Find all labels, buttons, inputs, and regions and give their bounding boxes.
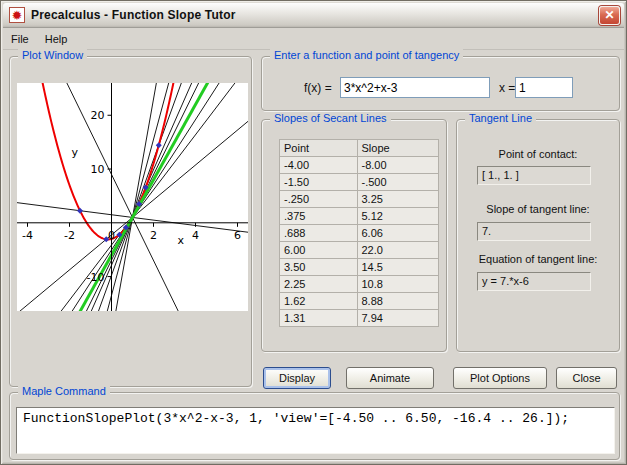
- function-entry-row: f(x) = x =: [262, 77, 619, 99]
- equation-value: y = 7.*x-6: [477, 272, 591, 291]
- table-cell: -8.00: [357, 157, 439, 174]
- point-of-contact-value: [ 1., 1. ]: [477, 166, 591, 185]
- table-cell: 22.0: [357, 242, 439, 259]
- close-window-button[interactable]: ✕: [599, 6, 620, 25]
- secant-table[interactable]: Point Slope -4.00-8.00-1.50-.500-.2503.2…: [279, 139, 439, 327]
- table-cell: -4.00: [280, 157, 358, 174]
- table-cell: -.500: [357, 174, 439, 191]
- table-cell: -.250: [280, 191, 358, 208]
- fx-label: f(x) =: [304, 81, 332, 95]
- svg-text:6: 6: [234, 229, 241, 242]
- table-cell: .688: [280, 225, 358, 242]
- table-cell: 10.8: [357, 276, 439, 293]
- table-cell: 6.06: [357, 225, 439, 242]
- function-entry-label: Enter a function and point of tangency: [270, 49, 463, 61]
- plot-options-button[interactable]: Plot Options: [453, 367, 547, 389]
- menu-item-help[interactable]: Help: [37, 30, 76, 48]
- table-row[interactable]: 2.2510.8: [280, 276, 439, 293]
- x-label: x =: [499, 81, 515, 95]
- svg-text:x: x: [178, 234, 185, 247]
- tangency-point-input[interactable]: [515, 77, 573, 98]
- svg-text:0: 0: [108, 229, 115, 242]
- table-cell: 5.12: [357, 208, 439, 225]
- table-cell: 14.5: [357, 259, 439, 276]
- svg-text:10: 10: [91, 163, 105, 176]
- svg-text:20: 20: [91, 109, 105, 122]
- plot-canvas[interactable]: -4-20246-101020xy: [17, 83, 248, 311]
- maple-command-text[interactable]: FunctionSlopePlot(3*x^2-x-3, 1, 'view'=[…: [16, 407, 615, 454]
- table-row[interactable]: -1.50-.500: [280, 174, 439, 191]
- maple-command-label: Maple Command: [18, 385, 110, 397]
- maple-app-icon: ✹: [9, 7, 25, 23]
- table-header-row: Point Slope: [280, 140, 439, 157]
- col-header-slope: Slope: [357, 140, 439, 157]
- plot-svg: -4-20246-101020xy: [17, 83, 248, 311]
- menu-item-file[interactable]: File: [3, 30, 37, 48]
- table-row[interactable]: 6.0022.0: [280, 242, 439, 259]
- svg-text:-2: -2: [64, 229, 75, 242]
- slope-label: Slope of tangent line:: [457, 203, 619, 215]
- function-input[interactable]: [340, 77, 490, 98]
- display-button[interactable]: Display: [263, 367, 331, 389]
- svg-text:4: 4: [192, 229, 199, 242]
- slope-value: 7.: [477, 222, 591, 241]
- table-cell: 7.94: [357, 310, 439, 327]
- equation-label: Equation of tangent line:: [457, 253, 619, 265]
- table-cell: .375: [280, 208, 358, 225]
- function-entry-group: Enter a function and point of tangency f…: [261, 56, 620, 111]
- plot-window-label: Plot Window: [18, 49, 87, 61]
- secant-slopes-label: Slopes of Secant Lines: [270, 112, 391, 124]
- table-cell: 1.31: [280, 310, 358, 327]
- svg-text:-10: -10: [87, 271, 105, 284]
- tangent-line-group: Tangent Line Point of contact: [ 1., 1. …: [456, 119, 620, 352]
- app-window: ✹ Precalculus - Function Slope Tutor ✕ F…: [0, 0, 627, 465]
- svg-text:y: y: [71, 146, 78, 159]
- point-of-contact-label: Point of contact:: [457, 148, 619, 160]
- table-cell: 3.50: [280, 259, 358, 276]
- table-cell: 6.00: [280, 242, 358, 259]
- secant-slopes-group: Slopes of Secant Lines Point Slope -4.00…: [261, 119, 447, 352]
- table-cell: -1.50: [280, 174, 358, 191]
- title-bar[interactable]: ✹ Precalculus - Function Slope Tutor ✕: [3, 3, 624, 28]
- table-cell: 1.62: [280, 293, 358, 310]
- table-cell: 3.25: [357, 191, 439, 208]
- menu-bar: File Help: [3, 29, 624, 50]
- table-cell: 2.25: [280, 276, 358, 293]
- table-row[interactable]: 1.317.94: [280, 310, 439, 327]
- table-row[interactable]: 3.5014.5: [280, 259, 439, 276]
- animate-button[interactable]: Animate: [346, 367, 434, 389]
- table-row[interactable]: .6886.06: [280, 225, 439, 242]
- table-row[interactable]: -.2503.25: [280, 191, 439, 208]
- window-title: Precalculus - Function Slope Tutor: [31, 8, 236, 22]
- maple-command-group: Maple Command FunctionSlopePlot(3*x^2-x-…: [9, 392, 620, 460]
- table-row[interactable]: 1.628.88: [280, 293, 439, 310]
- close-button[interactable]: Close: [556, 367, 617, 389]
- secant-table-body: -4.00-8.00-1.50-.500-.2503.25.3755.12.68…: [280, 157, 439, 327]
- tangent-line-label: Tangent Line: [465, 112, 536, 124]
- svg-text:-4: -4: [22, 229, 33, 242]
- plot-window-group: Plot Window -4-20246-101020xy: [9, 56, 252, 387]
- col-header-point: Point: [280, 140, 358, 157]
- svg-text:2: 2: [150, 229, 157, 242]
- table-row[interactable]: .3755.12: [280, 208, 439, 225]
- table-row[interactable]: -4.00-8.00: [280, 157, 439, 174]
- table-cell: 8.88: [357, 293, 439, 310]
